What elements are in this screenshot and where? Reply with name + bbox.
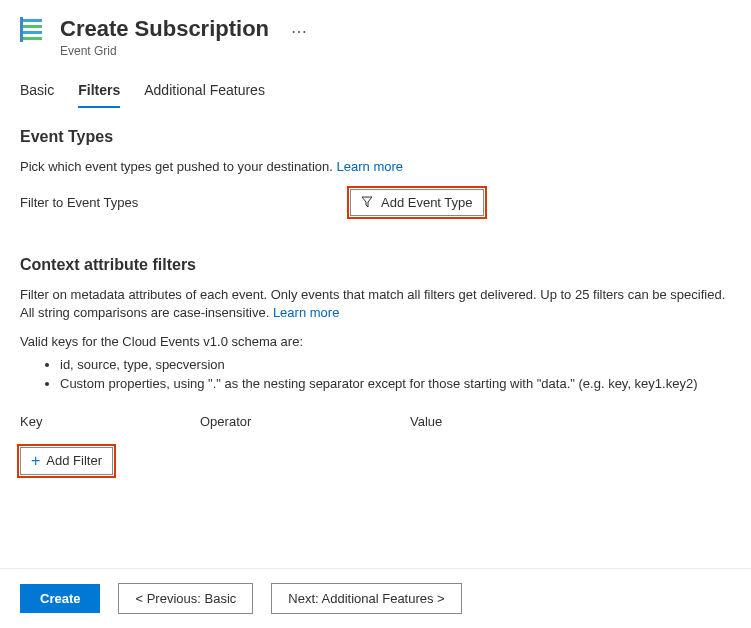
filter-icon (361, 196, 373, 208)
tab-basic[interactable]: Basic (20, 82, 54, 108)
page-title: Create Subscription (60, 16, 269, 42)
context-learn-more-link[interactable]: Learn more (273, 305, 339, 320)
list-item: Custom properties, using "." as the nest… (60, 374, 731, 394)
footer-bar: Create < Previous: Basic Next: Additiona… (0, 568, 751, 628)
subscription-icon (20, 16, 48, 44)
tab-bar: Basic Filters Additional Features (0, 58, 751, 108)
context-filters-heading: Context attribute filters (20, 256, 731, 274)
column-operator: Operator (200, 414, 410, 429)
learn-more-link[interactable]: Learn more (337, 159, 403, 174)
add-filter-button[interactable]: + Add Filter (20, 447, 113, 475)
page-subtitle: Event Grid (60, 44, 269, 58)
svg-rect-3 (22, 37, 42, 40)
valid-keys-list: id, source, type, specversion Custom pro… (20, 355, 731, 394)
svg-rect-2 (22, 31, 42, 34)
filter-columns-header: Key Operator Value (20, 414, 731, 429)
svg-rect-4 (20, 17, 23, 42)
tab-additional-features[interactable]: Additional Features (144, 82, 265, 108)
create-button[interactable]: Create (20, 584, 100, 613)
column-value: Value (410, 414, 442, 429)
event-types-desc: Pick which event types get pushed to you… (20, 158, 731, 176)
more-icon[interactable]: ⋯ (281, 16, 307, 41)
previous-button[interactable]: < Previous: Basic (118, 583, 253, 614)
column-key: Key (20, 414, 200, 429)
filter-to-event-types-label: Filter to Event Types (20, 195, 350, 210)
context-filters-desc: Filter on metadata attributes of each ev… (20, 286, 731, 322)
plus-icon: + (31, 453, 40, 469)
add-event-type-button[interactable]: Add Event Type (350, 189, 484, 216)
tab-filters[interactable]: Filters (78, 82, 120, 108)
svg-rect-0 (22, 19, 42, 22)
event-types-heading: Event Types (20, 128, 731, 146)
valid-keys-intro: Valid keys for the Cloud Events v1.0 sch… (20, 334, 731, 349)
svg-rect-1 (22, 25, 42, 28)
list-item: id, source, type, specversion (60, 355, 731, 375)
page-header: Create Subscription Event Grid ⋯ (0, 0, 751, 58)
next-button[interactable]: Next: Additional Features > (271, 583, 461, 614)
